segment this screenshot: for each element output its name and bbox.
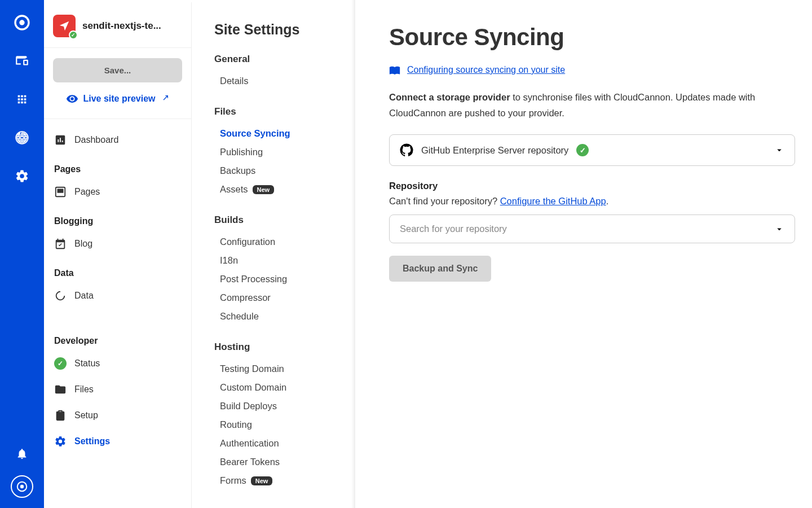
link-assets[interactable]: Assets New [214,180,338,199]
svg-point-1 [19,20,24,25]
link-bearer-tokens[interactable]: Bearer Tokens [214,453,338,471]
description: Connect a storage provider to synchronis… [389,89,773,121]
nav-heading-developer: Developer [48,309,187,351]
live-preview-button[interactable]: Live site preview [53,89,182,108]
link-testing-domain[interactable]: Testing Domain [214,360,338,378]
link-publishing[interactable]: Publishing [214,143,338,161]
apps-grid-icon[interactable] [10,87,34,112]
status-ok-icon [69,30,78,40]
link-build-deploys[interactable]: Build Deploys [214,397,338,415]
verified-icon [576,144,589,156]
gear-icon [54,435,67,448]
nav-files[interactable]: Files [48,376,187,402]
doc-link[interactable]: Configuring source syncing on your site [407,65,565,75]
clipboard-icon [54,409,67,422]
save-button[interactable]: Save... [53,58,182,82]
link-i18n[interactable]: I18n [214,251,338,270]
nav-blog[interactable]: Blog [48,231,187,257]
settings-title: Site Settings [214,21,338,38]
link-custom-domain[interactable]: Custom Domain [214,378,338,397]
link-forms[interactable]: Forms New [214,471,338,490]
group-builds: Builds [214,214,338,226]
bell-icon[interactable] [10,441,34,466]
nav-heading-blogging: Blogging [48,205,187,231]
status-ok-icon [54,357,67,370]
nav-dashboard[interactable]: Dashboard [48,127,187,153]
link-backups[interactable]: Backups [214,161,338,180]
backup-sync-button[interactable]: Backup and Sync [389,256,491,282]
repo-hint: Can't find your repository? Configure th… [389,196,778,207]
link-schedule[interactable]: Schedule [214,307,338,326]
link-source-syncing[interactable]: Source Syncing [214,124,338,143]
provider-select[interactable]: GitHub Enterprise Server repository [389,134,795,166]
project-logo [53,15,76,37]
nav-setup[interactable]: Setup [48,402,187,428]
link-details[interactable]: Details [214,72,338,90]
brand-logo-icon[interactable] [10,10,34,35]
group-general: General [214,54,338,65]
page-icon [54,186,67,198]
repo-search-combobox[interactable] [389,214,795,243]
svg-point-3 [20,485,24,488]
nav-pages[interactable]: Pages [48,179,187,205]
nav-settings[interactable]: Settings [48,428,187,454]
folder-icon [54,383,67,396]
link-authentication[interactable]: Authentication [214,434,338,453]
link-routing[interactable]: Routing [214,415,338,434]
nav-data[interactable]: Data [48,283,187,309]
github-icon [400,143,413,157]
chevron-down-icon [774,224,784,234]
nav-heading-pages: Pages [48,153,187,179]
book-icon [389,64,400,76]
external-link-icon [160,94,169,103]
provider-label: GitHub Enterprise Server repository [421,145,568,156]
configure-app-link[interactable]: Configure the GitHub App [500,196,606,206]
chart-box-icon [54,134,67,146]
page-title: Source Syncing [389,24,778,51]
link-configuration[interactable]: Configuration [214,233,338,251]
group-hosting: Hosting [214,341,338,353]
chevron-down-icon [774,145,784,155]
user-avatar[interactable] [11,475,33,498]
circle-progress-icon [54,290,67,302]
new-badge: New [253,185,275,194]
nav-heading-data: Data [48,257,187,283]
eye-icon [66,93,78,105]
globe-icon[interactable] [10,125,34,150]
new-badge: New [251,476,273,485]
link-post-processing[interactable]: Post Processing [214,270,338,288]
gear-icon[interactable] [10,164,34,189]
live-preview-label: Live site preview [83,94,155,104]
repo-search-input[interactable] [400,224,774,234]
project-name: sendit-nextjs-te... [82,20,161,32]
calendar-check-icon [54,238,67,250]
repo-field-label: Repository [389,181,778,191]
link-compressor[interactable]: Compressor [214,288,338,307]
devices-icon[interactable] [10,49,34,73]
group-files: Files [214,106,338,117]
nav-status[interactable]: Status [48,351,187,376]
